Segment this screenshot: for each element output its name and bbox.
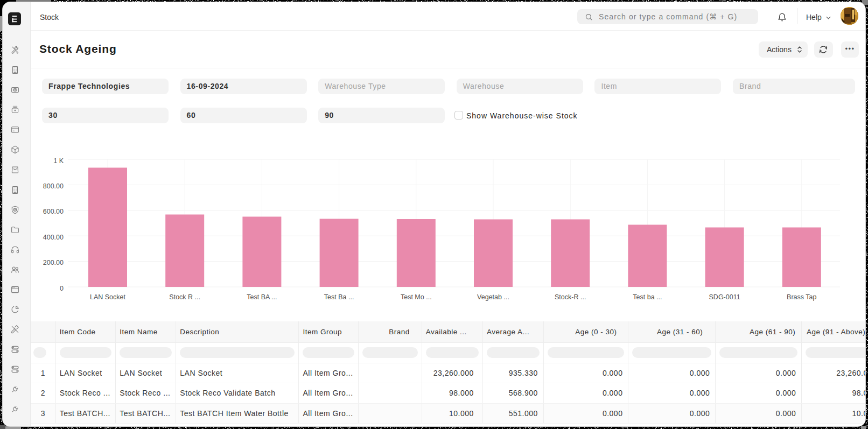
svg-text:0: 0 [60, 285, 64, 292]
svg-text:Vegetab ...: Vegetab ... [477, 293, 509, 301]
svg-text:Test BA ...: Test BA ... [247, 293, 277, 301]
svg-text:400.00: 400.00 [43, 234, 64, 241]
svg-text:800.00: 800.00 [43, 182, 64, 190]
svg-text:1 K: 1 K [53, 157, 64, 165]
svg-text:Stock-R ...: Stock-R ... [555, 293, 586, 301]
svg-text:Test ba ...: Test ba ... [633, 293, 662, 301]
svg-text:200.00: 200.00 [43, 259, 64, 266]
svg-text:Stock R ...: Stock R ... [169, 293, 200, 301]
svg-text:600.00: 600.00 [43, 208, 64, 215]
svg-text:Test Mo ...: Test Mo ... [401, 293, 432, 301]
svg-text:LAN Socket: LAN Socket [90, 293, 126, 301]
svg-text:SDG-0011: SDG-0011 [709, 293, 740, 301]
svg-text:Brass Tap: Brass Tap [787, 293, 816, 301]
svg-text:Test Ba ...: Test Ba ... [324, 293, 354, 301]
